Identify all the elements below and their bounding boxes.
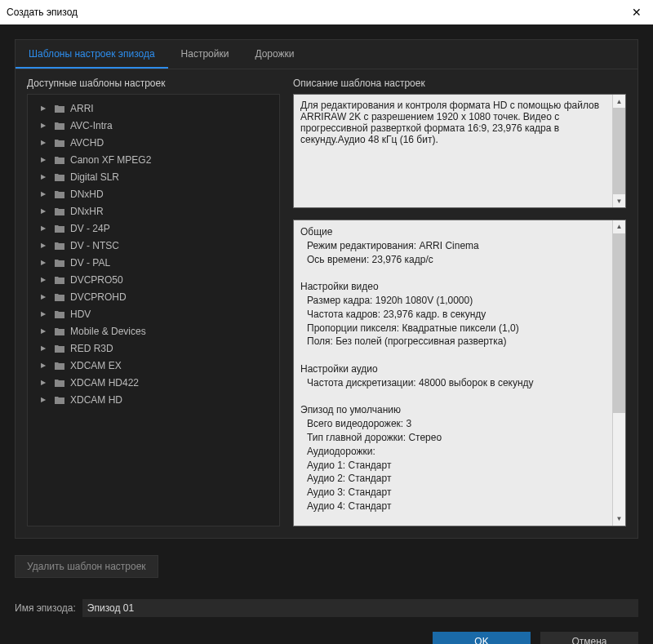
details-master-track: Тип главной дорожки: Стерео xyxy=(300,431,606,445)
preset-folder-label: DVCPROHD xyxy=(70,291,127,303)
preset-folder-item[interactable]: ▶DNxHD xyxy=(31,185,276,202)
folder-icon xyxy=(54,395,65,405)
details-timebase: Ось времени: 23,976 кадр/с xyxy=(300,253,606,267)
dialog-title: Создать эпизод xyxy=(7,7,78,18)
expand-icon[interactable]: ▶ xyxy=(41,362,49,369)
details-editing-mode: Режим редактирования: ARRI Cinema xyxy=(300,239,606,253)
preset-folder-label: AVCHD xyxy=(70,137,104,149)
folder-icon xyxy=(54,309,65,319)
preset-folder-item[interactable]: ▶AVCHD xyxy=(31,134,276,151)
preset-folder-item[interactable]: ▶DVCPRO50 xyxy=(31,271,276,288)
expand-icon[interactable]: ▶ xyxy=(41,104,49,112)
tab-tracks[interactable]: Дорожки xyxy=(242,40,307,69)
details-scrollbar[interactable]: ▲ ▼ xyxy=(612,220,625,526)
folder-icon xyxy=(54,207,65,216)
folder-icon xyxy=(54,361,65,371)
folder-icon xyxy=(54,121,65,131)
tabs: Шаблоны настроек эпизода Настройки Дорож… xyxy=(16,40,637,69)
details-audio3: Аудио 3: Стандарт xyxy=(300,486,606,500)
preset-folder-item[interactable]: ▶Digital SLR xyxy=(31,168,276,185)
tab-sequence-presets[interactable]: Шаблоны настроек эпизода xyxy=(16,40,168,69)
details-audio-title: Настройки аудио xyxy=(300,362,606,376)
ok-button[interactable]: OK xyxy=(433,632,531,644)
expand-icon[interactable]: ▶ xyxy=(41,344,49,352)
expand-icon[interactable]: ▶ xyxy=(41,379,49,386)
details-fields: Поля: Без полей (прогрессивная развертка… xyxy=(300,335,606,349)
expand-icon[interactable]: ▶ xyxy=(41,173,49,180)
expand-icon[interactable]: ▶ xyxy=(41,276,49,283)
preset-folder-item[interactable]: ▶DVCPROHD xyxy=(31,288,276,305)
preset-folder-label: Canon XF MPEG2 xyxy=(70,154,151,166)
folder-icon xyxy=(54,155,65,165)
preset-folder-item[interactable]: ▶XDCAM HD422 xyxy=(31,374,276,391)
tab-settings[interactable]: Настройки xyxy=(168,40,242,69)
expand-icon[interactable]: ▶ xyxy=(41,242,49,249)
details-audio1: Аудио 1: Стандарт xyxy=(300,459,606,473)
folder-icon xyxy=(54,224,65,233)
preset-list[interactable]: ▶ARRI▶AVC-Intra▶AVCHD▶Canon XF MPEG2▶Dig… xyxy=(27,94,280,526)
preset-folder-item[interactable]: ▶XDCAM EX xyxy=(31,357,276,374)
sequence-name-input[interactable] xyxy=(82,599,638,617)
details-video-title: Настройки видео xyxy=(300,280,606,294)
preset-folder-item[interactable]: ▶AVC-Intra xyxy=(31,117,276,134)
expand-icon[interactable]: ▶ xyxy=(41,310,49,318)
details-audio2: Аудио 2: Стандарт xyxy=(300,472,606,486)
expand-icon[interactable]: ▶ xyxy=(41,207,49,215)
folder-icon xyxy=(54,172,65,182)
folder-icon xyxy=(54,138,65,148)
preset-folder-label: XDCAM HD xyxy=(70,394,122,406)
preset-folder-label: HDV xyxy=(70,309,91,320)
details-video-tracks: Всего видеодорожек: 3 xyxy=(300,417,606,431)
preset-description-label: Описание шаблона настроек xyxy=(293,78,626,89)
preset-folder-item[interactable]: ▶DNxHR xyxy=(31,202,276,220)
preset-folder-label: XDCAM EX xyxy=(70,360,122,371)
expand-icon[interactable]: ▶ xyxy=(41,293,49,300)
cancel-button[interactable]: Отмена xyxy=(540,632,638,644)
preset-folder-item[interactable]: ▶HDV xyxy=(31,305,276,322)
preset-folder-item[interactable]: ▶ARRI xyxy=(31,100,276,117)
preset-description-text: Для редактирования и контроля формата HD… xyxy=(300,100,619,145)
preset-folder-item[interactable]: ▶DV - NTSC xyxy=(31,237,276,254)
preset-folder-item[interactable]: ▶Canon XF MPEG2 xyxy=(31,151,276,168)
details-general-title: Общие xyxy=(300,225,606,239)
available-presets-label: Доступные шаблоны настроек xyxy=(27,78,280,89)
expand-icon[interactable]: ▶ xyxy=(41,139,49,146)
details-frame-rate: Частота кадров: 23,976 кадр. в секунду xyxy=(300,308,606,322)
preset-details-box: Общие Режим редактирования: ARRI Cinema … xyxy=(293,220,626,526)
folder-icon xyxy=(54,241,65,251)
preset-folder-label: DNxHR xyxy=(70,206,104,217)
preset-folder-label: DNxHD xyxy=(70,189,104,200)
preset-folder-item[interactable]: ▶RED R3D xyxy=(31,340,276,357)
description-scrollbar[interactable]: ▲ ▼ xyxy=(612,95,625,207)
details-sample-rate: Частота дискретизации: 48000 выборок в с… xyxy=(300,376,606,390)
expand-icon[interactable]: ▶ xyxy=(41,259,49,266)
preset-folder-label: XDCAM HD422 xyxy=(70,377,139,389)
close-icon[interactable]: ✕ xyxy=(627,6,646,19)
expand-icon[interactable]: ▶ xyxy=(41,224,49,232)
preset-folder-item[interactable]: ▶DV - 24P xyxy=(31,220,276,237)
preset-folder-label: ARRI xyxy=(70,103,94,114)
details-frame-size: Размер кадра: 1920h 1080V (1,0000) xyxy=(300,294,606,308)
scroll-down-icon[interactable]: ▼ xyxy=(613,513,625,526)
preset-folder-label: AVC-Intra xyxy=(70,120,113,131)
folder-icon xyxy=(54,275,65,285)
expand-icon[interactable]: ▶ xyxy=(41,396,49,403)
preset-folder-label: DV - NTSC xyxy=(70,240,119,251)
details-audio-tracks-label: Аудиодорожки: xyxy=(300,445,606,459)
expand-icon[interactable]: ▶ xyxy=(41,122,49,129)
preset-folder-label: RED R3D xyxy=(70,343,113,354)
expand-icon[interactable]: ▶ xyxy=(41,156,49,163)
scrollbar-thumb[interactable] xyxy=(613,108,625,196)
delete-preset-button[interactable]: Удалить шаблон настроек xyxy=(15,555,158,578)
scrollbar-thumb[interactable] xyxy=(613,233,625,413)
preset-folder-item[interactable]: ▶DV - PAL xyxy=(31,254,276,271)
details-default-sequence-title: Эпизод по умолчанию xyxy=(300,403,606,417)
scroll-up-icon[interactable]: ▲ xyxy=(613,220,625,233)
expand-icon[interactable]: ▶ xyxy=(41,327,49,335)
preset-folder-label: Digital SLR xyxy=(70,171,119,183)
preset-folder-item[interactable]: ▶Mobile & Devices xyxy=(31,322,276,340)
scroll-down-icon[interactable]: ▼ xyxy=(613,194,625,207)
scroll-up-icon[interactable]: ▲ xyxy=(613,95,625,108)
preset-folder-item[interactable]: ▶XDCAM HD xyxy=(31,391,276,408)
expand-icon[interactable]: ▶ xyxy=(41,190,49,198)
